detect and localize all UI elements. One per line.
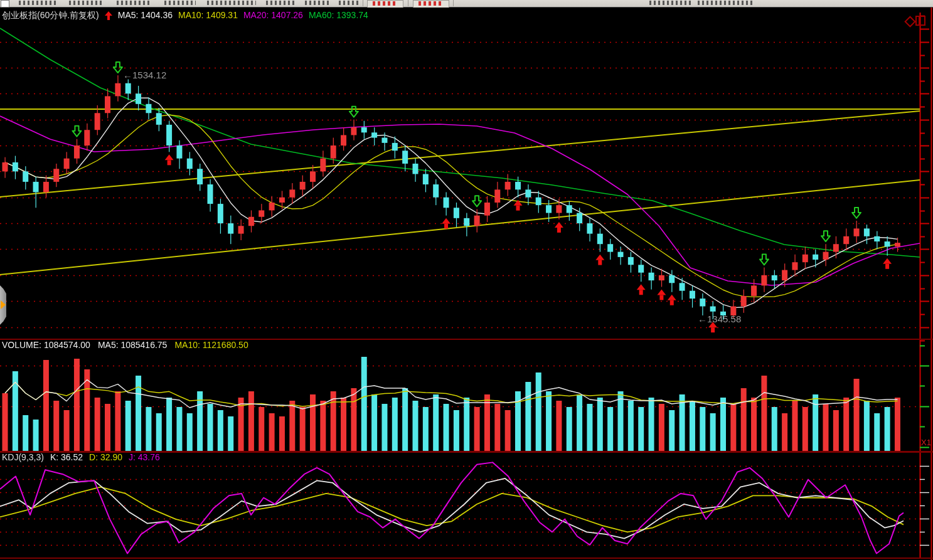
toolbar-separator xyxy=(363,0,363,6)
toolbar-separator xyxy=(453,0,454,6)
toolbar-menu-text-clipped[interactable] xyxy=(305,1,330,5)
volume-pane-header: VOLUME: 1084574.00 MA5: 1085416.75 MA10:… xyxy=(2,341,248,350)
expand-arrow-icon xyxy=(1,300,6,309)
toolbar-button-red-text xyxy=(419,1,444,6)
symbol-title: 创业板指(60分钟.前复权) xyxy=(2,11,99,20)
toolbar-menu-text-clipped[interactable] xyxy=(19,1,56,5)
trading-app-window: { "header": { "title": "创业板指(60分钟.前复权)",… xyxy=(0,0,933,560)
kdj-j-value: J: 43.76 xyxy=(129,453,160,462)
kdj-indicator-name: KDJ(9,3,3) xyxy=(2,453,44,462)
toolbar-separator xyxy=(408,0,408,6)
volume-ma10-value: MA10: 1121680.50 xyxy=(174,341,248,350)
window-split-icon[interactable] xyxy=(915,16,925,26)
top-toolbar[interactable] xyxy=(0,0,933,8)
toolbar-menu-text-clipped[interactable] xyxy=(69,1,104,5)
toolbar-menu-text-clipped[interactable] xyxy=(207,1,256,5)
ma10-value: MA10: 1409.31 xyxy=(178,11,238,20)
toolbar-menu-text-clipped[interactable] xyxy=(339,1,360,5)
ma20-value: MA20: 1407.26 xyxy=(243,11,303,20)
ma5-value: MA5: 1404.36 xyxy=(118,11,173,20)
new-document-icon[interactable] xyxy=(1,0,9,8)
up-arrow-icon xyxy=(105,11,112,20)
ma60-value: MA60: 1393.74 xyxy=(309,11,368,20)
toolbar-menu-text-clipped[interactable] xyxy=(117,1,152,5)
kdj-k-value: K: 36.52 xyxy=(50,453,83,462)
kdj-pane-header: KDJ(9,3,3) K: 36.52 D: 32.90 J: 43.76 xyxy=(2,453,160,462)
main-chart-header: 创业板指(60分钟.前复权) MA5: 1404.36 MA10: 1409.3… xyxy=(2,11,368,20)
toolbar-menu-text-clipped[interactable] xyxy=(266,1,295,5)
window-split-line xyxy=(919,17,920,24)
volume-ma5-value: MA5: 1085416.75 xyxy=(98,341,168,350)
toolbar-right-text-clipped xyxy=(698,1,754,5)
high-price-label: ←1534.12 xyxy=(123,70,166,80)
volume-value: VOLUME: 1084574.00 xyxy=(2,341,90,350)
kdj-d-value: D: 32.90 xyxy=(89,453,122,462)
chart-canvas[interactable] xyxy=(0,0,933,560)
toolbar-menu-text-clipped[interactable] xyxy=(164,1,196,5)
toolbar-button-red-clipped[interactable] xyxy=(413,0,449,8)
volume-scale-label: X1 xyxy=(921,438,932,447)
toolbar-button-red-clipped[interactable] xyxy=(367,0,403,8)
toolbar-button-red-text xyxy=(373,1,398,6)
toolbar-right-text-clipped xyxy=(649,1,693,5)
low-price-label: ←1345.58 xyxy=(698,314,741,324)
